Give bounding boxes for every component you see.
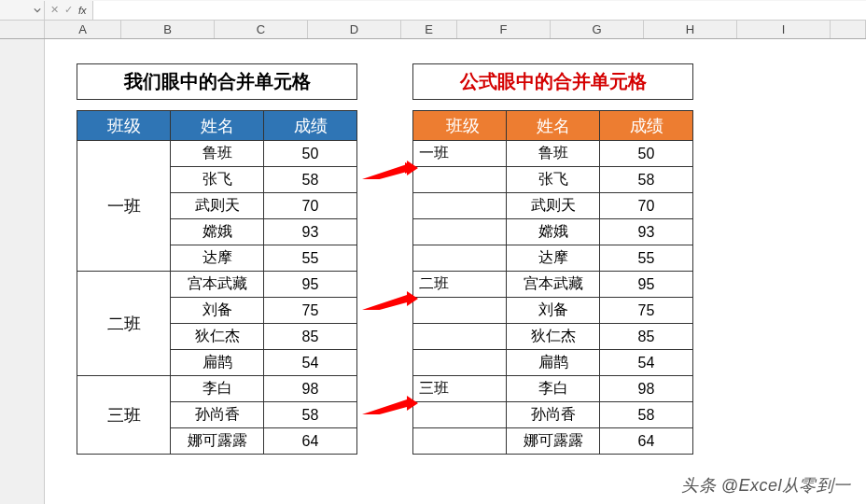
row-header-gutter[interactable] — [0, 39, 45, 504]
cell[interactable] — [413, 428, 507, 455]
cell[interactable]: 达摩 — [507, 245, 600, 272]
table-row[interactable]: 武则天70 — [413, 193, 693, 219]
cell[interactable]: 93 — [264, 219, 357, 245]
cell[interactable]: 50 — [264, 141, 357, 167]
table-row[interactable]: 刘备75 — [413, 298, 693, 324]
col-header-I[interactable]: I — [737, 21, 831, 38]
svg-marker-1 — [366, 162, 416, 179]
cell[interactable]: 70 — [264, 193, 357, 219]
fx-label[interactable]: fx — [78, 5, 87, 16]
cell[interactable]: 宫本武藏 — [171, 272, 264, 298]
col-header-F[interactable]: F — [457, 21, 551, 38]
svg-marker-3 — [362, 396, 418, 414]
cell[interactable]: 95 — [264, 272, 357, 298]
cell[interactable]: 李白 — [507, 376, 600, 402]
table-row[interactable]: 一班 鲁班 50 — [77, 141, 357, 167]
col-header-D[interactable]: D — [308, 21, 401, 38]
col-header-E[interactable]: E — [401, 21, 457, 38]
cell[interactable]: 狄仁杰 — [171, 324, 264, 350]
cell[interactable]: 二班 — [413, 272, 507, 298]
svg-marker-2 — [362, 291, 418, 310]
cell[interactable]: 85 — [264, 324, 357, 350]
col-header-A[interactable]: A — [45, 21, 121, 38]
cell[interactable]: 达摩 — [171, 245, 264, 272]
cell[interactable]: 58 — [600, 167, 693, 193]
cell[interactable]: 孙尚香 — [171, 402, 264, 428]
col-header-C[interactable]: C — [215, 21, 308, 38]
table-row[interactable]: 三班李白98 — [413, 376, 693, 402]
cell[interactable]: 54 — [600, 350, 693, 376]
cell[interactable]: 70 — [600, 193, 693, 219]
cell[interactable]: 扁鹊 — [507, 350, 600, 376]
cell[interactable]: 嫦娥 — [507, 219, 600, 245]
worksheet-area[interactable]: 我们眼中的合并单元格 班级 姓名 成绩 一班 鲁班 50 张飞58 武则天70 … — [45, 39, 866, 504]
cell[interactable]: 58 — [264, 402, 357, 428]
table-row[interactable]: 嫦娥93 — [413, 219, 693, 245]
cell[interactable]: 鲁班 — [171, 141, 264, 167]
cell[interactable] — [413, 245, 507, 272]
cell[interactable]: 54 — [264, 350, 357, 376]
cell[interactable] — [413, 402, 507, 428]
cell[interactable]: 64 — [600, 428, 693, 455]
cell[interactable]: 一班 — [413, 141, 507, 167]
cancel-icon[interactable]: ✕ — [50, 4, 59, 16]
right-header-class: 班级 — [413, 111, 507, 141]
table-row[interactable]: 娜可露露64 — [413, 428, 693, 455]
table-row[interactable]: 二班 宫本武藏 95 — [77, 272, 357, 298]
cell[interactable]: 98 — [264, 376, 357, 402]
cell[interactable]: 嫦娥 — [171, 219, 264, 245]
name-box[interactable] — [0, 1, 45, 20]
cell[interactable]: 98 — [600, 376, 693, 402]
cell[interactable]: 宫本武藏 — [507, 272, 600, 298]
cell[interactable] — [413, 219, 507, 245]
col-header-G[interactable]: G — [551, 21, 644, 38]
cell[interactable]: 三班 — [413, 376, 507, 402]
cell[interactable]: 75 — [264, 298, 357, 324]
watermark: 头条 @Excel从零到一 — [681, 474, 851, 497]
cell[interactable]: 55 — [264, 245, 357, 272]
cell[interactable]: 93 — [600, 219, 693, 245]
cell[interactable]: 李白 — [171, 376, 264, 402]
cell[interactable]: 孙尚香 — [507, 402, 600, 428]
table-row[interactable]: 三班 李白 98 — [77, 376, 357, 402]
table-row[interactable]: 狄仁杰85 — [413, 324, 693, 350]
select-all-corner[interactable] — [0, 21, 45, 38]
col-header-B[interactable]: B — [121, 21, 215, 38]
cell[interactable]: 58 — [600, 402, 693, 428]
cell[interactable]: 50 — [600, 141, 693, 167]
col-header-H[interactable]: H — [644, 21, 737, 38]
cell[interactable]: 75 — [600, 298, 693, 324]
table-row[interactable]: 孙尚香58 — [413, 402, 693, 428]
cell[interactable]: 娜可露露 — [507, 428, 600, 455]
table-row[interactable]: 二班宫本武藏95 — [413, 272, 693, 298]
cell[interactable] — [413, 167, 507, 193]
cell[interactable]: 武则天 — [507, 193, 600, 219]
table-row[interactable]: 达摩55 — [413, 245, 693, 272]
cell[interactable]: 张飞 — [171, 167, 264, 193]
cell[interactable]: 扁鹊 — [171, 350, 264, 376]
table-row[interactable]: 扁鹊54 — [413, 350, 693, 376]
merged-class-cell[interactable]: 二班 — [77, 272, 171, 376]
cell[interactable]: 85 — [600, 324, 693, 350]
merged-class-cell[interactable]: 三班 — [77, 376, 171, 455]
cell[interactable]: 娜可露露 — [171, 428, 264, 455]
table-row[interactable]: 张飞58 — [413, 167, 693, 193]
cell[interactable]: 武则天 — [171, 193, 264, 219]
cell[interactable] — [413, 298, 507, 324]
confirm-icon[interactable]: ✓ — [64, 4, 73, 16]
cell[interactable]: 刘备 — [507, 298, 600, 324]
cell[interactable]: 刘备 — [171, 298, 264, 324]
cell[interactable]: 张飞 — [507, 167, 600, 193]
cell[interactable]: 64 — [264, 428, 357, 455]
table-row[interactable]: 一班鲁班50 — [413, 141, 693, 167]
merged-class-cell[interactable]: 一班 — [77, 141, 171, 272]
cell[interactable] — [413, 193, 507, 219]
cell[interactable]: 58 — [264, 167, 357, 193]
cell[interactable] — [413, 350, 507, 376]
cell[interactable]: 95 — [600, 272, 693, 298]
cell[interactable]: 狄仁杰 — [507, 324, 600, 350]
cell[interactable]: 鲁班 — [507, 141, 600, 167]
formula-input[interactable] — [92, 1, 866, 20]
cell[interactable] — [413, 324, 507, 350]
cell[interactable]: 55 — [600, 245, 693, 272]
